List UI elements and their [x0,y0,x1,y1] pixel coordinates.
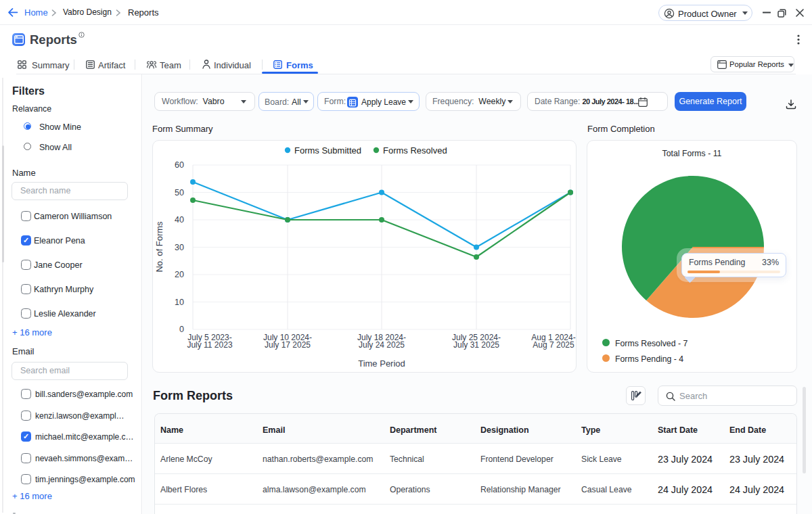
svg-text:0: 0 [179,325,184,334]
svg-text:Aug 7 2025: Aug 7 2025 [533,340,574,350]
svg-text:Forms Submitted: Forms Submitted [294,145,361,156]
svg-text:No. of Forms: No. of Forms [154,221,164,273]
svg-text:Time Period: Time Period [358,358,405,369]
svg-text:50: 50 [175,188,184,197]
svg-text:20: 20 [175,270,184,279]
svg-text:July 17 2025: July 17 2025 [265,340,311,350]
svg-text:60: 60 [175,160,184,170]
svg-text:July 11 2023: July 11 2023 [187,340,232,350]
svg-text:40: 40 [175,215,184,225]
svg-text:July 24 2025: July 24 2025 [359,340,405,350]
svg-text:30: 30 [175,243,184,252]
svg-text:10: 10 [175,298,184,307]
svg-text:Forms Resolved: Forms Resolved [383,145,447,156]
svg-text:July 31 2025: July 31 2025 [453,340,499,350]
